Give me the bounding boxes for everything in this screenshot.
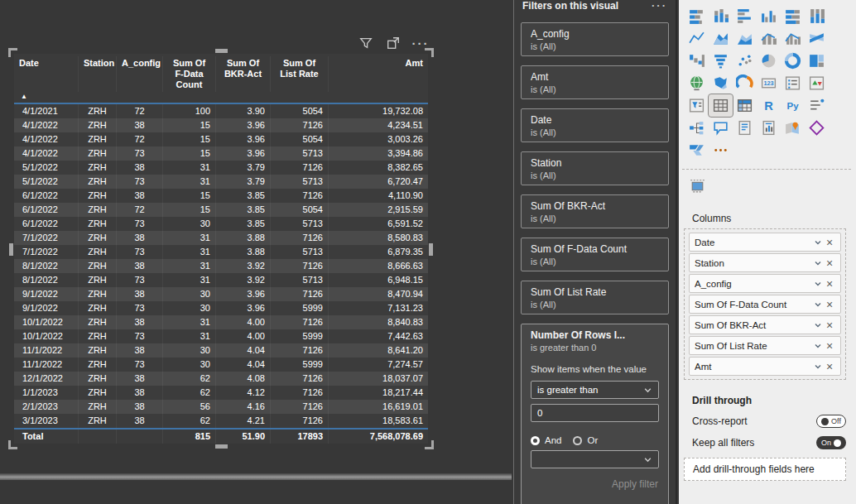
columns-field-well[interactable]: Date×Station×A_config×Sum Of F-Data Coun… xyxy=(684,228,846,380)
r-script-icon[interactable]: R xyxy=(757,94,781,117)
resize-handle-top-left[interactable] xyxy=(8,48,17,57)
decomposition-tree-icon[interactable] xyxy=(685,117,709,139)
qa-icon[interactable] xyxy=(709,117,733,139)
scatter-chart-icon[interactable] xyxy=(733,50,757,72)
canvas-horizontal-scrollbar[interactable] xyxy=(0,473,512,480)
filter-second-operator-dropdown[interactable] xyxy=(531,450,659,468)
pie-chart-icon[interactable] xyxy=(757,50,781,72)
table-row[interactable]: 12/1/2022ZRH38624.08712618,037.07 xyxy=(14,372,428,386)
ribbon-chart-icon[interactable] xyxy=(805,27,829,50)
remove-field-icon[interactable]: × xyxy=(824,257,835,269)
table-row[interactable]: 4/1/2022ZRH72153.9650543,003.26 xyxy=(14,132,428,146)
field-pill-sum-of-bkr-act[interactable]: Sum Of BKR-Act× xyxy=(689,315,841,334)
filter-card-sum-of-bkr-act[interactable]: Sum Of BKR-Actis (All) xyxy=(521,194,669,228)
resize-handle-top-right[interactable] xyxy=(425,48,434,57)
filter-icon[interactable] xyxy=(358,35,374,51)
line-and-stacked-column-chart-icon[interactable] xyxy=(757,27,781,50)
column-header-station[interactable]: Station xyxy=(79,56,117,92)
stacked-area-chart-icon[interactable] xyxy=(733,27,757,50)
table-row[interactable]: 6/1/2022ZRH72153.8550542,915.59 xyxy=(14,203,428,217)
keep-all-filters-toggle[interactable]: On xyxy=(816,436,846,449)
area-chart-icon[interactable] xyxy=(709,27,733,50)
funnel-icon[interactable] xyxy=(709,50,733,72)
table-row[interactable]: 8/1/2022ZRH38313.9271268,666.63 xyxy=(14,259,428,273)
table-row[interactable]: 4/1/2021ZRH721003.90505419,732.08 xyxy=(14,104,428,118)
key-influencers-icon[interactable] xyxy=(805,94,829,117)
filters-more-options-icon[interactable]: ··· xyxy=(652,0,667,12)
chevron-down-icon[interactable] xyxy=(812,362,824,371)
hundred-stacked-bar-chart-icon[interactable] xyxy=(781,5,805,27)
line-and-clustered-column-chart-icon[interactable] xyxy=(781,27,805,50)
filled-map-icon[interactable] xyxy=(709,72,733,94)
table-row[interactable]: 3/1/2023ZRH38624.21712618,583.61 xyxy=(14,414,428,428)
table-icon[interactable] xyxy=(709,94,733,117)
table-row[interactable]: 10/1/2022ZRH73314.0059997,442.63 xyxy=(14,329,428,343)
field-pill-amt[interactable]: Amt× xyxy=(689,357,841,376)
field-pill-sum-of-list-rate[interactable]: Sum Of List Rate× xyxy=(689,336,841,355)
column-header-amt[interactable]: Amt xyxy=(329,56,428,92)
donut-chart-icon[interactable] xyxy=(781,50,805,72)
gauge-icon[interactable] xyxy=(733,72,757,94)
resize-handle-right[interactable] xyxy=(429,243,433,256)
table-row[interactable]: 11/1/2022ZRH38304.0471268,641.20 xyxy=(14,343,428,358)
stacked-column-chart-icon[interactable] xyxy=(709,5,733,27)
table-row[interactable]: 9/1/2022ZRH73303.9659997,131.23 xyxy=(14,301,428,315)
remove-field-icon[interactable]: × xyxy=(824,319,835,331)
smart-narrative-icon[interactable] xyxy=(733,117,757,139)
python-visual-icon[interactable]: Py xyxy=(781,94,805,117)
table-row[interactable]: 2/1/2023ZRH38564.16712616,619.01 xyxy=(14,400,428,414)
field-pill-station[interactable]: Station× xyxy=(689,253,841,272)
remove-field-icon[interactable]: × xyxy=(824,299,835,310)
table-row[interactable]: 6/1/2022ZRH73303.8557136,591.52 xyxy=(14,217,428,231)
table-visual[interactable]: DateStationA_configSum Of F-Data CountSu… xyxy=(14,54,428,444)
field-pill-sum-of-f-data-count[interactable]: Sum Of F-Data Count× xyxy=(689,295,841,314)
hundred-stacked-column-chart-icon[interactable] xyxy=(805,5,829,27)
report-canvas[interactable]: ··· DateStationA_configSum Of F-Data Cou… xyxy=(0,0,513,504)
card-icon[interactable]: 123 xyxy=(757,72,781,94)
chevron-down-icon[interactable] xyxy=(812,259,824,267)
column-header-date[interactable]: Date xyxy=(14,56,79,92)
table-row[interactable]: 7/1/2022ZRH38313.8871268,580.83 xyxy=(14,231,428,245)
cross-report-toggle[interactable]: Off xyxy=(816,415,846,428)
radio-or[interactable]: Or xyxy=(573,435,598,445)
filter-operator-dropdown[interactable]: is greater than xyxy=(531,381,659,399)
paginated-report-icon[interactable] xyxy=(757,117,781,139)
column-header-sum-of-f-data-count[interactable]: Sum Of F-Data Count xyxy=(163,56,216,92)
table-row[interactable]: 5/1/2022ZRH38313.7971268,382.65 xyxy=(14,161,428,175)
matrix-icon[interactable] xyxy=(733,94,757,117)
resize-handle-bottom-right[interactable] xyxy=(425,440,434,449)
waterfall-chart-icon[interactable] xyxy=(685,50,709,72)
filter-value-input[interactable]: 0 xyxy=(531,404,659,422)
arcgis-map-icon[interactable] xyxy=(781,117,805,139)
radio-and[interactable]: And xyxy=(531,435,561,445)
table-row[interactable]: 4/1/2022ZRH73153.9657133,394.86 xyxy=(14,146,428,161)
clustered-bar-chart-icon[interactable] xyxy=(733,5,757,27)
filter-card-amt[interactable]: Amtis (All) xyxy=(521,65,669,99)
table-row[interactable]: 7/1/2022ZRH73313.8857136,879.35 xyxy=(14,245,428,259)
remove-field-icon[interactable]: × xyxy=(824,278,835,290)
remove-field-icon[interactable]: × xyxy=(824,340,835,352)
chevron-down-icon[interactable] xyxy=(812,300,824,309)
filter-card-advanced[interactable]: Number Of Rows I... is greater than 0 Sh… xyxy=(521,324,669,504)
resize-handle-top[interactable] xyxy=(215,49,228,53)
power-automate-icon[interactable] xyxy=(685,139,709,161)
table-row[interactable]: 5/1/2022ZRH73313.7957136,720.47 xyxy=(14,175,428,189)
column-header-sum-of-bkr-act[interactable]: Sum Of BKR-Act xyxy=(216,56,271,92)
build-visual-icon[interactable] xyxy=(685,175,709,197)
table-row[interactable]: 6/1/2022ZRH38153.8571264,110.90 xyxy=(14,189,428,203)
treemap-icon[interactable] xyxy=(805,50,829,72)
filter-card-a-config[interactable]: A_configis (All) xyxy=(521,22,669,56)
multi-row-card-icon[interactable] xyxy=(781,72,805,94)
filter-card-date[interactable]: Dateis (All) xyxy=(521,108,669,142)
focus-mode-icon[interactable] xyxy=(385,35,402,51)
filter-card-sum-of-list-rate[interactable]: Sum Of List Rateis (All) xyxy=(521,281,669,314)
table-row[interactable]: 8/1/2022ZRH73313.9257136,948.15 xyxy=(14,273,428,287)
apply-filter-button[interactable]: Apply filter xyxy=(531,478,659,490)
kpi-icon[interactable] xyxy=(805,72,829,94)
stacked-bar-chart-icon[interactable] xyxy=(685,5,709,27)
table-row[interactable]: 10/1/2022ZRH38314.0071268,840.83 xyxy=(14,315,428,329)
table-row[interactable]: 11/1/2022ZRH73304.0459997,274.57 xyxy=(14,358,428,372)
resize-handle-left[interactable] xyxy=(9,243,13,256)
drill-through-dropzone[interactable]: Add drill-through fields here xyxy=(684,458,846,481)
remove-field-icon[interactable]: × xyxy=(824,237,835,248)
